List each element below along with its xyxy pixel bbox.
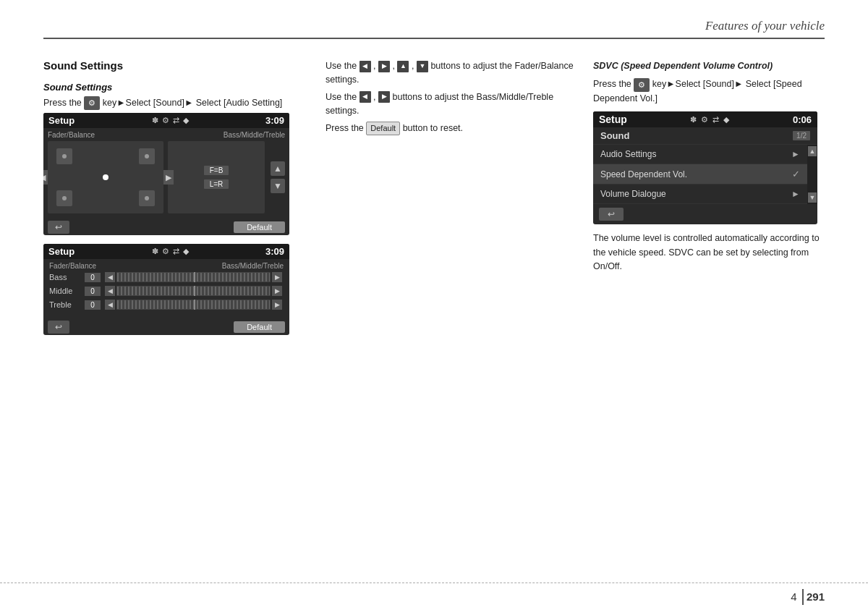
nav-up-icon: ▲ [397, 61, 409, 72]
screen2-fader-label: Fader/Balance [49, 262, 96, 270]
screen2-back-btn[interactable]: ↩ [48, 321, 69, 334]
menu-signal-icon: ◆ [723, 115, 729, 124]
screen1-labels: Fader/Balance Bass/Middle/Treble [48, 131, 285, 139]
sdvc-description: The volume level is controlled automatic… [593, 232, 825, 274]
default-inline-btn: Default [366, 122, 400, 135]
menu-settings-icon: ⚙ [701, 115, 708, 124]
left-instruction1: Press the ⚙ key►Select [Sound]► Select [… [43, 96, 318, 110]
speed-vol-label: Speed Dependent Vol. [600, 169, 687, 179]
header-title: Features of your vehicle [705, 19, 825, 33]
bass-value: 0 [85, 273, 101, 282]
fader-balance-label: Fader/Balance [48, 131, 95, 139]
speaker-tr [139, 148, 155, 164]
menu-row-speed-vol: Speed Dependent Vol. ✓ [593, 164, 807, 185]
menu-page-indicator: 1/2 [793, 131, 810, 140]
middle-left-arrow[interactable]: ◀ [105, 286, 115, 296]
nav-icon2: ⇄ [173, 247, 179, 256]
screen1-default-btn[interactable]: Default [234, 221, 285, 233]
fader-balance-inner [48, 141, 163, 213]
header-divider [43, 38, 825, 39]
arrow-down-btn[interactable]: ▼ [271, 179, 285, 193]
treble-label: Treble [49, 300, 82, 309]
screen2-header: Setup ✽ ⚙ ⇄ ◆ 3:09 [43, 244, 289, 259]
screen1-fader-balance: Setup ✽ ⚙ ⇄ ◆ 3:09 Fader/Balance Bass/Mi… [43, 113, 289, 235]
fader-balance-dot [103, 174, 109, 180]
eq-label-lr: L=R [204, 179, 229, 189]
comma2: , [393, 61, 398, 71]
treble-slider [116, 300, 271, 310]
screen1-title: Setup [48, 115, 75, 126]
page-number: 291 [807, 590, 825, 603]
middle-row: Middle 0 ◀ ▶ [49, 286, 284, 296]
setup-key-icon: ⚙ [84, 96, 100, 110]
right-column: SDVC (Speed Dependent Volume Control) Pr… [593, 59, 825, 274]
screen2-bmt: Setup ✽ ⚙ ⇄ ◆ 3:09 Fader/Balance Bass/Mi… [43, 244, 289, 335]
screen1-back-btn[interactable]: ↩ [48, 221, 69, 234]
arrow-up-btn[interactable]: ▲ [271, 161, 285, 176]
left-column: Sound Settings Sound Settings Press the … [43, 59, 318, 344]
nav-right-icon: ▶ [378, 61, 390, 72]
treble-left-arrow[interactable]: ◀ [105, 300, 115, 310]
menu-back-btn[interactable]: ↩ [599, 208, 624, 221]
bass-right-arrow[interactable]: ▶ [272, 272, 282, 282]
middle-slider [116, 286, 271, 296]
scrollbar: ▲ ▼ [807, 145, 817, 204]
screen1-arrows: ▲ ▼ [271, 161, 285, 193]
scroll-down-btn[interactable]: ▼ [808, 192, 817, 203]
right-press-the: Press the [593, 79, 631, 89]
settings-icon2: ⚙ [162, 247, 169, 256]
menu-time: 0:06 [793, 114, 812, 125]
screen2-labels: Fader/Balance Bass/Middle/Treble [49, 262, 284, 270]
mid-text3: Press the Default button to reset. [326, 122, 575, 135]
screen2-bmt-label: Bass/Middle/Treble [222, 262, 284, 270]
audio-settings-label: Audio Settings [600, 149, 656, 159]
left-subsection-title: Sound Settings [43, 82, 318, 93]
page-section: 4 [791, 590, 796, 603]
nav-left-icon2: ◀ [359, 91, 371, 103]
footer-divider [802, 589, 804, 605]
page-footer: 4 291 [0, 583, 868, 610]
middle-right-arrow[interactable]: ▶ [272, 286, 282, 296]
fader-area: ◀ ▶ [48, 141, 285, 213]
bass-row: Bass 0 ◀ ▶ [49, 272, 284, 282]
mid-column: Use the ◀ , ▶ , ▲ , ▼ buttons to adjust … [326, 59, 575, 138]
treble-right-arrow[interactable]: ▶ [272, 300, 282, 310]
bass-slider [116, 272, 271, 282]
bass-middle-treble-label: Bass/Middle/Treble [224, 131, 285, 139]
bass-label: Bass [49, 273, 82, 281]
scroll-up-btn[interactable]: ▲ [808, 146, 817, 156]
left-key-text: key►Select [Sound]► [103, 98, 194, 108]
nav-right-icon2: ▶ [378, 91, 390, 103]
screen2-default-btn[interactable]: Default [234, 321, 285, 333]
menu-bluetooth-icon: ✽ [690, 115, 697, 124]
screen1-icons: ✽ ⚙ ⇄ ◆ [152, 116, 189, 125]
menu-screen: Setup ✽ ⚙ ⇄ ◆ 0:06 Sound 1/2 Audio Setti [593, 111, 817, 224]
main-content: Sound Settings Sound Settings Press the … [43, 45, 825, 583]
screen1-header: Setup ✽ ⚙ ⇄ ◆ 3:09 [43, 113, 289, 128]
left-select-audio: Select [Audio Setting] [196, 98, 283, 108]
right-setup-key-icon: ⚙ [634, 78, 650, 92]
bass-left-arrow[interactable]: ◀ [105, 272, 115, 282]
screen2-body: Fader/Balance Bass/Middle/Treble Bass 0 … [43, 259, 289, 318]
volume-dialogue-arrow: ► [791, 189, 800, 199]
press-the-text: Press the [43, 98, 82, 108]
middle-label: Middle [49, 287, 82, 295]
menu-screen-title: Setup [599, 114, 627, 125]
speaker-tl [56, 148, 72, 164]
mid-text1: Use the ◀ , ▶ , ▲ , ▼ buttons to adjust … [326, 59, 575, 88]
signal-icon2: ◆ [183, 247, 189, 256]
check-mark-icon: ✓ [792, 169, 800, 179]
signal-icon: ◆ [183, 116, 189, 125]
speed-vol-right: ✓ [792, 169, 800, 179]
press-the-text3: Press the [326, 123, 364, 133]
speaker-br [139, 190, 155, 206]
nav-left-icon: ◀ [359, 61, 371, 72]
screen1-bottom: ↩ Default [43, 218, 289, 235]
nav-icon: ⇄ [173, 116, 179, 125]
eq-label-fb: F=B [204, 166, 229, 175]
menu-screen-header: Setup ✽ ⚙ ⇄ ◆ 0:06 [593, 111, 817, 127]
menu-screen-icons: ✽ ⚙ ⇄ ◆ [690, 115, 729, 124]
screen1-body: Fader/Balance Bass/Middle/Treble ◀ [43, 128, 289, 218]
mid-text2: Use the ◀ , ▶ buttons to adjust the Bass… [326, 90, 575, 119]
fader-balance-box [48, 141, 163, 213]
